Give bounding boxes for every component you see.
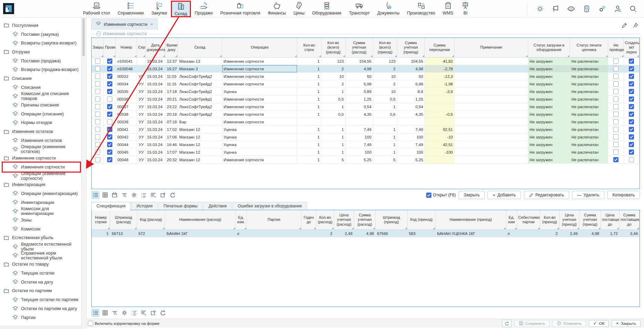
column-header[interactable]: Статус печати ценника (570, 38, 608, 58)
edit-button[interactable]: Редактировать (524, 191, 569, 199)
sidebar-item[interactable]: Возвраты (закупка-возврат) (0, 39, 81, 48)
table-row[interactable]: 00038 УУ 15.03.24 20:18 ЛюксСофтТрейд2 И… (92, 111, 640, 118)
table-row[interactable]: п100048 15.03.24 16:27 Магазин 3 Изменен… (92, 65, 640, 73)
sidebar-item[interactable]: Остатки по партиям на дату (0, 304, 81, 313)
settings-gear-icon[interactable] (130, 191, 138, 199)
table-row[interactable]: 00041 УУ 15.03.24 17:02 Магазин 12 Уценк… (92, 126, 640, 133)
column-header[interactable]: Код (приход) (407, 210, 436, 230)
closed-checkbox[interactable] (95, 74, 100, 79)
add-row-icon[interactable] (140, 309, 148, 317)
closed-checkbox[interactable] (95, 119, 100, 124)
scrollbar-thumb[interactable] (82, 18, 85, 56)
sidebar-item[interactable]: Остатки на дату (0, 278, 81, 287)
column-header[interactable]: Наименование (приход) (436, 210, 506, 230)
sidebar-item[interactable]: Операции (изменение сортности) (0, 172, 81, 181)
sidebar-horizontal-scrollbar[interactable] (0, 326, 81, 329)
table-row[interactable]: 00039 УУ 15.03.24 07:18 Бар Изменение со… (92, 118, 640, 126)
create-act-checkbox[interactable] (629, 150, 634, 155)
posted-checkbox[interactable] (107, 112, 112, 117)
export-icon[interactable] (159, 191, 167, 199)
module-wms[interactable]: WMS (439, 0, 457, 16)
sidebar-item[interactable]: Инвентаризация (0, 180, 81, 189)
tab-actions[interactable]: Действия (203, 202, 232, 210)
table-row[interactable]: 00036 УУ 15.03.24 20:21 ЛюксСофтТрейд1 И… (92, 95, 640, 103)
column-header[interactable]: Штрихкод (расход) (110, 210, 137, 230)
posted-checkbox[interactable] (107, 96, 112, 102)
sidebar-item[interactable]: Инвентаризации (0, 198, 81, 207)
module-documents[interactable]: Документы (374, 0, 403, 16)
table-row[interactable]: 00048 УУ 15.03.24 20:32 Магазин 12 Измен… (92, 156, 640, 164)
no-post-checkbox[interactable] (613, 134, 619, 140)
close-button[interactable]: ×Закрыть (612, 320, 641, 327)
column-header[interactable]: Годен до (301, 210, 316, 230)
calendar-add-icon[interactable] (111, 191, 119, 199)
create-act-checkbox[interactable] (629, 96, 634, 102)
save-button[interactable]: Сохранить (514, 320, 550, 327)
create-act-checkbox[interactable] (629, 104, 634, 109)
module-production[interactable]: Производство (403, 0, 439, 16)
closed-checkbox[interactable] (95, 142, 100, 147)
column-header[interactable]: Склад (178, 38, 222, 58)
table-row[interactable]: 00034 УУ 15.03.24 11:15 ЛюксСофтТрейд2 И… (92, 80, 640, 88)
sidebar-item[interactable]: Отгрузки (0, 48, 81, 56)
column-header[interactable]: Штрихкод (приход) (376, 210, 407, 230)
column-header[interactable]: Сумма учетная (расход) (354, 210, 375, 230)
sidebar-item[interactable]: Текущие остатки (0, 269, 81, 278)
sidebar-item[interactable]: Зоны (0, 216, 81, 225)
numbered-list-icon[interactable]: 12 (140, 191, 148, 199)
column-header[interactable]: Партия (246, 210, 301, 230)
table-view-icon[interactable] (101, 191, 109, 199)
posted-checkbox[interactable] (107, 134, 112, 140)
module-equipment[interactable]: Оборудование (308, 0, 345, 16)
sidebar-item[interactable]: Изменения остатков (0, 136, 81, 145)
numbered-list-icon[interactable]: 12 (130, 309, 138, 317)
no-post-checkbox[interactable] (613, 119, 619, 124)
posted-checkbox[interactable] (107, 66, 112, 71)
filter-icon[interactable] (111, 309, 119, 317)
module-purchases[interactable]: Закупки (147, 0, 171, 16)
closed-checkbox[interactable] (95, 89, 100, 94)
no-post-checkbox[interactable] (613, 150, 619, 155)
no-post-checkbox[interactable] (613, 112, 619, 117)
sidebar-item[interactable]: Изменение остатков (0, 127, 81, 136)
table-view-icon[interactable] (101, 309, 109, 317)
column-header[interactable]: Наименование (расход) (165, 210, 235, 230)
posted-checkbox[interactable] (107, 157, 112, 162)
flag-icon[interactable] (552, 5, 560, 13)
column-header[interactable]: Серия (137, 38, 146, 58)
sidebar-item[interactable]: Ведомости естественной убыли (0, 242, 81, 251)
no-post-checkbox[interactable] (613, 96, 619, 102)
column-header[interactable]: Ед. изм (506, 210, 517, 230)
tab-close-icon[interactable]: × (151, 22, 153, 27)
posted-checkbox[interactable] (107, 119, 112, 124)
create-act-checkbox[interactable] (629, 66, 634, 71)
sidebar-item[interactable]: Списания (0, 83, 81, 92)
posted-checkbox[interactable] (107, 81, 112, 86)
sidebar-item[interactable]: Причины списания (0, 101, 81, 110)
column-header[interactable]: Цена поставщика до (601, 210, 620, 230)
column-header[interactable]: Кол-во (всего) (расход) (321, 38, 345, 58)
list-view-icon[interactable] (91, 309, 100, 317)
create-act-checkbox[interactable] (629, 127, 634, 132)
edit-pencil-icon[interactable] (621, 22, 627, 30)
closed-checkbox[interactable] (95, 66, 100, 71)
no-post-checkbox[interactable] (613, 127, 619, 132)
create-act-checkbox[interactable] (629, 89, 634, 94)
closed-checkbox[interactable] (95, 104, 100, 109)
table-row[interactable]: 00035 УУ 15.03.24 17:18 ЛюксСофтТрейд2 У… (92, 88, 640, 95)
sidebar-item[interactable]: Операции (списание) (0, 110, 81, 119)
create-act-checkbox[interactable] (629, 112, 634, 117)
module-desktop[interactable]: Рабочий стол (79, 0, 114, 16)
no-post-checkbox[interactable] (613, 142, 619, 147)
table-row[interactable]: п100041 15.03.24 12:37 Магазин 13 Измене… (92, 58, 640, 65)
column-header[interactable]: Себестоимость партии (517, 210, 540, 230)
column-header[interactable]: Сумма учетная (расход) (345, 38, 373, 58)
sidebar-item[interactable]: Нормы отходов (0, 119, 81, 127)
closed-checkbox[interactable] (95, 81, 100, 86)
add-button[interactable]: +Добавить (488, 191, 521, 199)
column-header[interactable]: Операция (222, 38, 297, 58)
tab-history[interactable]: История (131, 202, 158, 210)
column-header[interactable]: Сумма учетная (приход) (397, 38, 425, 58)
column-header[interactable]: Код (расход) (137, 210, 165, 230)
sidebar-item[interactable]: Комиссии для инвентаризации (0, 207, 81, 216)
